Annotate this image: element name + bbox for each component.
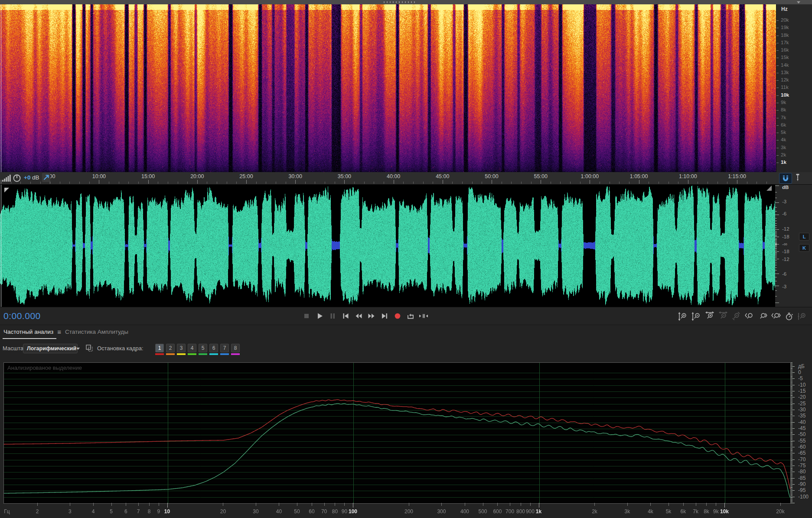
- hz-axis-tick: [353, 503, 353, 508]
- fast-forward-button[interactable]: [366, 310, 377, 322]
- skip-selection-button[interactable]: [418, 310, 429, 322]
- time-display[interactable]: 0:00.000: [3, 311, 41, 321]
- frequency-tick: [776, 58, 779, 58]
- hz-axis-tick: [780, 503, 781, 506]
- db-axis-tick-label: -60: [798, 444, 805, 450]
- zoom-in-at-out-point-button[interactable]: [757, 311, 768, 322]
- scroll-grip-icon[interactable]: [766, 185, 772, 193]
- amplitude-db-label: -3: [782, 284, 786, 289]
- zoom-in-at-in-point-button[interactable]: [744, 311, 755, 322]
- frame-hold-button-1[interactable]: 1: [155, 344, 164, 352]
- tab-frequency-analysis[interactable]: Частотный анализ ≡: [3, 328, 61, 336]
- frequency-label: 20k: [781, 17, 789, 23]
- frame-hold-button-2[interactable]: 2: [166, 344, 175, 352]
- waveform-display[interactable]: [0, 185, 775, 307]
- db-axis-tick-label: -5: [798, 375, 803, 381]
- selection-grip-icon[interactable]: [4, 187, 10, 195]
- magnet-icon: [782, 175, 789, 182]
- zoom-in-vertical-button[interactable]: [678, 311, 689, 322]
- stop-button[interactable]: [301, 310, 312, 322]
- hz-axis-tick: [70, 503, 70, 506]
- zoom-full-button[interactable]: [797, 311, 808, 322]
- frequency-label: 8k: [781, 107, 786, 112]
- db-axis-tick-label: 0: [798, 369, 801, 375]
- hz-axis-tick-label: 80: [332, 508, 338, 515]
- frequency-tick: [776, 155, 779, 156]
- frame-hold-button-4[interactable]: 4: [188, 344, 196, 352]
- scale-dropdown[interactable]: Логарифмический: [23, 344, 78, 353]
- frame-hold-button-7[interactable]: 7: [220, 344, 229, 352]
- frequency-label: 18k: [781, 33, 789, 38]
- loop-playback-button[interactable]: [405, 310, 416, 322]
- hz-axis-tick-label: 9: [157, 508, 160, 515]
- channel-left-button[interactable]: L: [799, 233, 809, 241]
- db-axis-tick-label: -75: [798, 463, 805, 469]
- zoom-reset-button[interactable]: [730, 311, 742, 322]
- play-button[interactable]: [314, 310, 325, 322]
- frequency-tick: [776, 125, 779, 126]
- frequency-tick: [776, 110, 779, 111]
- hz-axis-tick: [683, 503, 684, 506]
- refresh-timer-button[interactable]: [783, 311, 795, 322]
- frame-hold-color-swatch: [155, 353, 164, 355]
- frame-hold-color-swatch: [199, 353, 207, 355]
- frequency-label: 19k: [781, 25, 789, 30]
- snapping-magnet-button[interactable]: [779, 173, 792, 184]
- hz-axis-tick-label: 2: [36, 508, 39, 515]
- snap-arrow-button[interactable]: [42, 173, 50, 182]
- frequency-tick: [776, 20, 779, 21]
- panel-divider-bar[interactable]: [0, 0, 812, 4]
- zoom-to-selection-button[interactable]: [770, 311, 782, 322]
- copy-snapshot-button[interactable]: [85, 344, 94, 354]
- frequency-tick: [776, 28, 779, 28]
- panel-menu-icon[interactable]: ≡: [57, 328, 61, 336]
- frame-hold-button-5[interactable]: 5: [199, 344, 207, 352]
- frequency-tick: [776, 118, 779, 118]
- pause-button[interactable]: [327, 310, 338, 322]
- hz-axis-tick-label: 100: [349, 508, 357, 515]
- hz-axis-tick: [465, 503, 465, 506]
- frequency-tick: [776, 88, 779, 88]
- frequency-label: 1k: [781, 160, 786, 165]
- pin-playhead-button[interactable]: [795, 173, 802, 183]
- frame-hold-button-3[interactable]: 3: [177, 344, 186, 352]
- frame-hold-label: Остановка кадра:: [97, 345, 143, 352]
- spectrogram-display[interactable]: [0, 4, 776, 172]
- frequency-label: 14k: [781, 62, 789, 68]
- frequency-analysis-plot: Анализированое выделение: [3, 362, 791, 504]
- frame-hold-button-8[interactable]: 8: [231, 344, 240, 352]
- active-tab-underline: [3, 338, 56, 339]
- frame-hold-color-swatch: [209, 353, 218, 355]
- hz-axis-tick: [510, 503, 510, 506]
- amplitude-db-label: -18: [782, 234, 789, 239]
- zoom-in-horizontal-button[interactable]: [704, 311, 715, 322]
- amplitude-scale: dB-3-6-12-18-∞-18-12-6-3 L K: [775, 185, 812, 307]
- db-axis-tick-label: -25: [798, 401, 805, 407]
- skip-to-end-button[interactable]: [379, 310, 390, 322]
- frequency-label: 13k: [781, 70, 789, 75]
- db-axis-tick-marks: [791, 362, 797, 504]
- hz-axis-tick-label: 1k: [536, 508, 541, 515]
- hz-axis-tick-label: 3k: [625, 508, 630, 515]
- plot-overlay-label: Анализированое выделение: [7, 365, 82, 371]
- skip-to-start-button[interactable]: [340, 310, 351, 322]
- record-button[interactable]: [392, 310, 403, 322]
- hz-axis-tick: [37, 503, 38, 506]
- zoom-out-vertical-button[interactable]: [691, 311, 702, 322]
- hz-axis-tick: [149, 503, 150, 506]
- frequency-label: 11k: [781, 85, 789, 90]
- frame-hold-button-6[interactable]: 6: [209, 344, 218, 352]
- rewind-button[interactable]: [353, 310, 364, 322]
- panel-menu-chevron-icon[interactable]: [797, 1, 800, 3]
- hz-axis-tick: [627, 503, 628, 506]
- channel-right-button[interactable]: K: [799, 244, 809, 252]
- zoom-out-horizontal-button[interactable]: [717, 311, 729, 322]
- frequency-tick: [776, 73, 779, 73]
- hz-axis-tick: [297, 503, 297, 506]
- hz-axis-tick-label: 9k: [713, 508, 719, 515]
- tab-amplitude-statistics[interactable]: Статистика Амплитуды: [65, 329, 128, 335]
- drag-handle-icon[interactable]: [384, 1, 415, 3]
- db-axis-tick-label: -70: [798, 456, 805, 463]
- db-axis-tick-label: -40: [798, 419, 805, 425]
- timeline-ruler[interactable]: +0 dB 5:0010:0015:0020:0025:0030:0035:00…: [0, 172, 812, 185]
